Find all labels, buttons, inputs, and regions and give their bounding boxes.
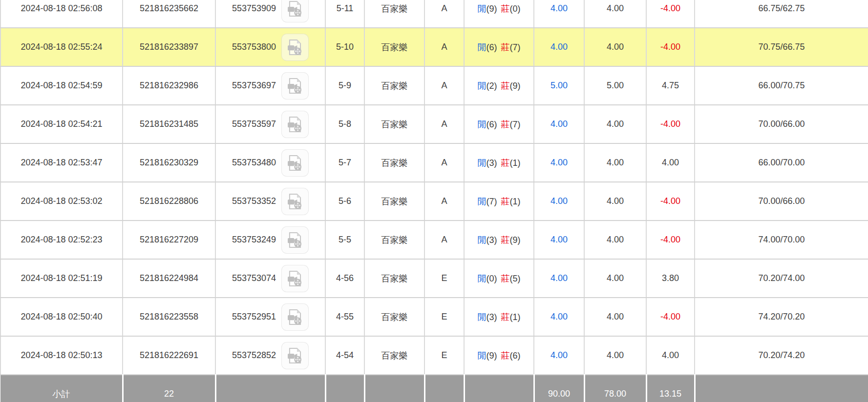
video-replay-button[interactable] [281,149,309,177]
bet-time-cell: 2024-08-18 02:52:23 [0,221,123,259]
bet-row[interactable]: 2024-08-18 02:54:21 521816231485 5537535… [0,105,868,143]
bet-amount-link[interactable]: 4.00 [534,28,584,66]
video-replay-button[interactable] [281,0,309,22]
video-file-icon [286,38,304,57]
result-cell: 閒(3)莊(1) [464,143,534,182]
video-replay-button[interactable] [281,303,309,331]
game-name-cell: 百家樂 [364,259,424,298]
bet-row[interactable]: 2024-08-18 02:53:02 521816228806 5537533… [0,182,868,221]
bet-amount-link[interactable]: 4.00 [534,221,584,259]
round-number-cell: 5-10 [325,28,364,66]
bet-amount-link[interactable]: 5.00 [534,66,584,105]
table-letter-cell: E [424,336,464,375]
player-result-score: (0) [487,274,497,283]
bet-time-cell: 2024-08-18 02:50:40 [0,298,123,336]
bet-row[interactable]: 2024-08-18 02:54:59 521816232986 5537536… [0,66,868,105]
banker-result-label: 莊 [501,235,510,245]
banker-result-label: 莊 [501,158,510,168]
win-loss-cell: 4.00 [646,143,695,182]
banker-result-score: (9) [510,81,521,91]
video-replay-button[interactable] [281,342,309,369]
bet-row[interactable]: 2024-08-18 02:51:19 521816224984 5537530… [0,259,868,298]
game-round-id: 553753480 [232,158,276,168]
video-replay-button[interactable] [281,34,309,61]
video-replay-button[interactable] [281,111,309,138]
bet-row[interactable]: 2024-08-18 02:53:47 521816230329 5537534… [0,143,868,182]
valid-amount-cell: 4.00 [584,221,646,259]
video-file-icon [286,0,304,18]
game-round-id-cell: 553753800 [215,28,325,66]
game-round-id: 553753800 [232,42,276,52]
banker-result-label: 莊 [501,42,510,52]
game-name-cell: 百家樂 [364,182,424,221]
bet-time-cell: 2024-08-18 02:54:59 [0,66,123,105]
game-name-cell: 百家樂 [364,0,424,28]
result-cell: 閒(6)莊(7) [464,28,534,66]
subtotal-valid-total: 78.00 [584,375,646,402]
bet-amount-link[interactable]: 4.00 [534,259,584,298]
player-result-label: 閒 [478,351,487,361]
game-name-cell: 百家樂 [364,221,424,259]
bet-amount-link[interactable]: 4.00 [534,336,584,375]
bet-row[interactable]: 2024-08-18 02:55:24 521816233897 5537538… [0,28,868,66]
bet-id-cell: 521816231485 [123,105,215,143]
game-round-id: 553752852 [232,350,276,361]
round-number-cell: 5-8 [325,105,364,143]
bet-amount-link[interactable]: 4.00 [534,143,584,182]
banker-result-label: 莊 [501,81,510,91]
bet-row[interactable]: 2024-08-18 02:56:08 521816235662 5537539… [0,0,868,28]
banker-result-score: (9) [510,235,521,245]
balance-cell: 66.00/70.75 [695,66,868,105]
table-letter-cell: E [424,298,464,336]
valid-amount-cell: 4.00 [584,182,646,221]
valid-amount-cell: 4.00 [584,105,646,143]
table-letter-cell: A [424,143,464,182]
video-replay-button[interactable] [281,265,309,292]
bet-amount-link[interactable]: 4.00 [534,182,584,221]
game-round-id: 553753909 [232,3,276,14]
subtotal-empty-cell [325,375,364,402]
player-result-label: 閒 [478,120,487,129]
result-cell: 閒(6)莊(7) [464,105,534,143]
game-round-id-cell: 553753249 [215,221,325,259]
bet-row[interactable]: 2024-08-18 02:52:23 521816227209 5537532… [0,221,868,259]
bet-amount-link[interactable]: 4.00 [534,0,584,28]
player-result-score: (6) [487,42,497,52]
player-result-label: 閒 [478,4,487,14]
valid-amount-cell: 4.00 [584,259,646,298]
game-round-id: 553753074 [232,273,276,283]
bet-row[interactable]: 2024-08-18 02:50:13 521816222691 5537528… [0,336,868,375]
game-round-id: 553753352 [232,196,276,206]
balance-cell: 74.00/70.00 [695,221,868,259]
balance-cell: 70.00/66.00 [695,105,868,143]
bet-row[interactable]: 2024-08-18 02:50:40 521816223558 5537529… [0,298,868,336]
subtotal-empty-cell [464,375,534,402]
game-round-id-cell: 553753352 [215,182,325,221]
win-loss-cell: 3.80 [646,259,695,298]
bet-amount-link[interactable]: 4.00 [534,105,584,143]
bet-time-cell: 2024-08-18 02:51:19 [0,259,123,298]
bet-id-cell: 521816235662 [123,0,215,28]
bet-amount-link[interactable]: 4.00 [534,298,584,336]
result-cell: 閒(7)莊(1) [464,182,534,221]
video-replay-button[interactable] [281,188,309,215]
subtotal-bet-total: 90.00 [534,375,584,402]
video-replay-button[interactable] [281,226,309,254]
bet-time-cell: 2024-08-18 02:55:24 [0,28,123,66]
balance-cell: 66.00/70.00 [695,143,868,182]
result-cell: 閒(9)莊(0) [464,0,534,28]
video-file-icon [286,154,304,172]
game-round-id-cell: 553753697 [215,66,325,105]
subtotal-empty-cell [364,375,424,402]
valid-amount-cell: 4.00 [584,143,646,182]
banker-result-score: (1) [510,158,521,168]
video-replay-button[interactable] [281,72,309,100]
game-name-cell: 百家樂 [364,336,424,375]
player-result-score: (9) [487,4,497,14]
player-result-label: 閒 [478,81,487,91]
banker-result-label: 莊 [501,120,510,129]
game-round-id: 553753697 [232,80,276,91]
game-round-id: 553752951 [232,312,276,322]
bet-history-viewport: 2024-08-18 02:56:08 521816235662 5537539… [0,0,868,402]
player-result-score: (6) [487,120,497,129]
